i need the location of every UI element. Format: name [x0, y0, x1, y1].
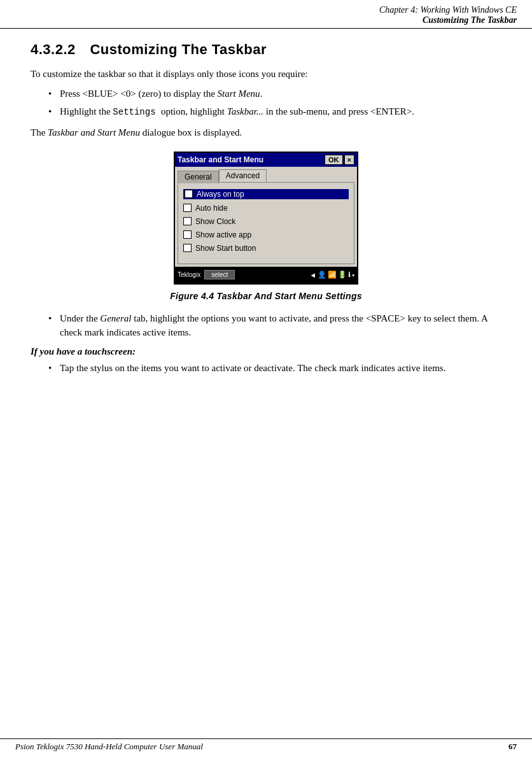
- page-footer: Psion Teklogix 7530 Hand-Held Computer U…: [0, 738, 532, 752]
- dialog-title: Taskbar and Start Menu: [178, 155, 325, 164]
- tab-advanced[interactable]: Advanced: [219, 169, 267, 182]
- footer-left: Psion Teklogix 7530 Hand-Held Computer U…: [15, 742, 203, 752]
- dialog-body: ✓ Always on top Auto hide Show Clock Sho…: [178, 182, 354, 264]
- checkbox-label-always-on-top: Always on top: [197, 190, 244, 199]
- dialog-titlebar-buttons: OK ×: [325, 155, 354, 165]
- page-number: 67: [508, 742, 517, 752]
- general-tab-ref: General: [100, 313, 131, 323]
- taskbar-select-label: select: [204, 270, 235, 279]
- code-taskbar: Taskbar...: [227, 106, 263, 116]
- section-title: 4.3.2.2 Customizing The Taskbar: [31, 41, 501, 58]
- list-item: Under the General tab, highlight the opt…: [48, 311, 501, 340]
- checkbox-box-auto-hide: [183, 204, 192, 212]
- list-item: Press <BLUE> <0> (zero) to display the S…: [48, 87, 501, 101]
- checkbox-show-active-app[interactable]: Show active app: [183, 230, 349, 239]
- list-item: Tap the stylus on the items you want to …: [48, 361, 501, 376]
- taskbar-icon-arrow: ◄: [309, 271, 316, 279]
- dialog-titlebar: Taskbar and Start Menu OK ×: [175, 153, 357, 167]
- taskbar-teklogix-label: Teklogix: [178, 271, 200, 278]
- checkbox-always-on-top[interactable]: ✓ Always on top: [183, 189, 349, 199]
- touchscreen-heading: If you have a touchscreen:: [31, 346, 501, 357]
- code-settings: Settings: [113, 107, 161, 117]
- figure-caption: Figure 4.4 Taskbar And Start Menu Settin…: [31, 291, 501, 301]
- checkbox-box-always-on-top: ✓: [185, 190, 193, 198]
- taskbar-icons: ◄ 👤 📶 🔋 ℹ •: [309, 271, 354, 279]
- dialog-tabs: General Advanced: [175, 167, 357, 182]
- general-tab-bullet-list: Under the General tab, highlight the opt…: [31, 311, 501, 340]
- chapter-title: Chapter 4: Working With Windows CE: [15, 5, 517, 15]
- taskbar-menu-ref: Taskbar and Start Menu: [48, 127, 140, 138]
- chapter-subtitle: Customizing The Taskbar: [15, 15, 517, 25]
- checkbox-box-show-active-app: [183, 230, 192, 239]
- dialog-taskbar: Teklogix select ◄ 👤 📶 🔋 ℹ •: [175, 267, 357, 283]
- dialog-container: Taskbar and Start Menu OK × General Adva…: [31, 152, 501, 285]
- taskbar-intro: The Taskbar and Start Menu dialogue box …: [31, 125, 501, 140]
- main-content: 4.3.2.2 Customizing The Taskbar To custo…: [0, 29, 532, 394]
- intro-paragraph: To customize the taskbar so that it disp…: [31, 67, 501, 81]
- dialog-box: Taskbar and Start Menu OK × General Adva…: [174, 152, 358, 285]
- dialog-ok-button[interactable]: OK: [325, 155, 343, 165]
- taskbar-icon-info: ℹ: [348, 271, 351, 279]
- dialog-close-button[interactable]: ×: [344, 155, 354, 165]
- touchscreen-bullet-list: Tap the stylus on the items you want to …: [31, 361, 501, 376]
- taskbar-icon-signal: 📶: [328, 271, 337, 279]
- taskbar-icon-person: 👤: [318, 271, 326, 279]
- checkbox-label-show-start-button: Show Start button: [195, 244, 256, 253]
- taskbar-icon-dot: •: [352, 271, 354, 279]
- checkbox-box-show-clock: [183, 217, 192, 225]
- intro-bullet-list: Press <BLUE> <0> (zero) to display the S…: [31, 87, 501, 120]
- code-start-menu: Start Menu: [218, 88, 260, 99]
- checkbox-show-clock[interactable]: Show Clock: [183, 217, 349, 226]
- checkbox-label-auto-hide: Auto hide: [195, 204, 228, 213]
- section-name: Customizing The Taskbar: [90, 41, 267, 57]
- checkbox-label-show-active-app: Show active app: [195, 230, 251, 239]
- tab-general[interactable]: General: [178, 171, 219, 183]
- list-item: Highlight the Settings option, highlight…: [48, 104, 501, 119]
- checkbox-show-start-button[interactable]: Show Start button: [183, 244, 349, 253]
- taskbar-icon-battery: 🔋: [338, 271, 347, 279]
- checkbox-label-show-clock: Show Clock: [195, 217, 235, 226]
- checkbox-box-show-start-button: [183, 244, 192, 252]
- page-header: Chapter 4: Working With Windows CE Custo…: [0, 0, 532, 29]
- section-number: 4.3.2.2: [31, 41, 76, 57]
- checkbox-auto-hide[interactable]: Auto hide: [183, 204, 349, 213]
